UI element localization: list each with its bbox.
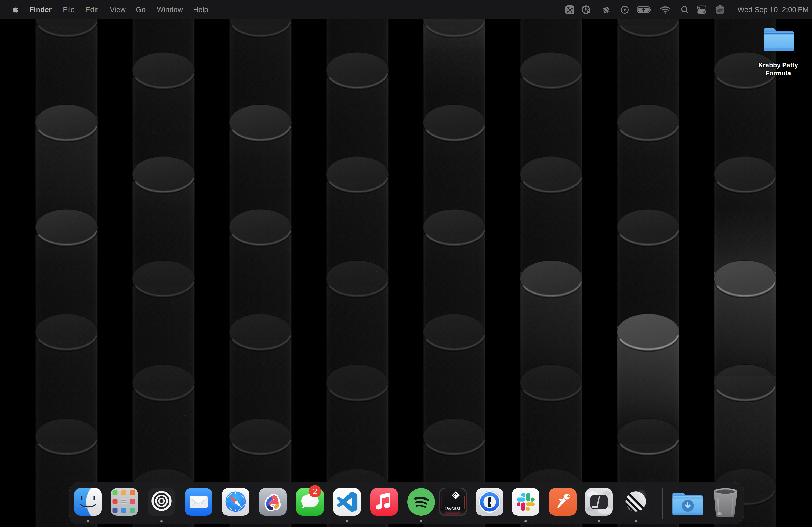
svg-text:raycast: raycast bbox=[445, 506, 460, 511]
